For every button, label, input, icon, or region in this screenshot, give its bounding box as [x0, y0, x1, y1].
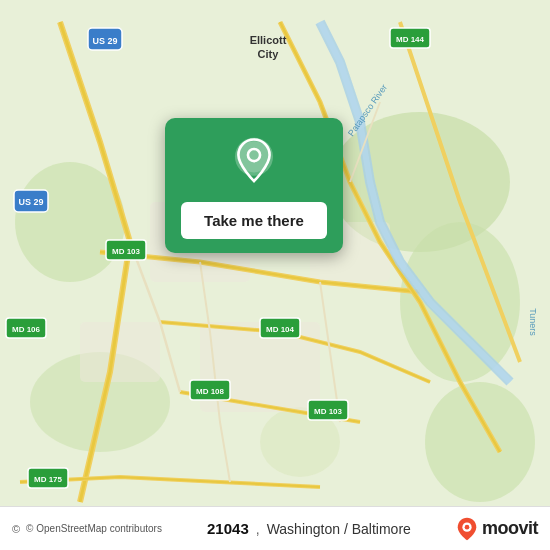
copyright-icon: © [12, 523, 20, 535]
svg-text:MD 144: MD 144 [396, 35, 425, 44]
svg-text:Tuners: Tuners [528, 308, 538, 336]
moovit-brand-text: moovit [482, 518, 538, 539]
svg-point-6 [425, 382, 535, 502]
svg-text:MD 104: MD 104 [266, 325, 295, 334]
attribution-text: © OpenStreetMap contributors [26, 523, 162, 534]
take-me-there-button[interactable]: Take me there [181, 202, 327, 239]
svg-text:City: City [258, 48, 280, 60]
bottom-left-info: © © OpenStreetMap contributors [12, 523, 162, 535]
zip-label: 21043 [207, 520, 249, 537]
svg-text:MD 103: MD 103 [314, 407, 343, 416]
svg-text:Ellicott: Ellicott [250, 34, 287, 46]
svg-rect-9 [80, 322, 160, 382]
svg-text:US 29: US 29 [92, 36, 117, 46]
map-background: US 29 US 29 MD 103 MD 103 MD 104 MD 108 … [0, 0, 550, 550]
location-label: Washington / Baltimore [267, 521, 411, 537]
bottom-bar: © © OpenStreetMap contributors 21043 , W… [0, 506, 550, 550]
svg-text:MD 106: MD 106 [12, 325, 41, 334]
map-container: US 29 US 29 MD 103 MD 103 MD 104 MD 108 … [0, 0, 550, 550]
moovit-logo-icon [456, 516, 478, 542]
popup-card: Take me there [165, 118, 343, 253]
svg-text:MD 103: MD 103 [112, 247, 141, 256]
separator: , [256, 521, 260, 537]
moovit-logo: moovit [456, 516, 538, 542]
location-pin-icon [228, 136, 280, 188]
svg-text:MD 175: MD 175 [34, 475, 63, 484]
svg-text:MD 108: MD 108 [196, 387, 225, 396]
svg-point-37 [465, 524, 470, 529]
svg-text:US 29: US 29 [18, 197, 43, 207]
